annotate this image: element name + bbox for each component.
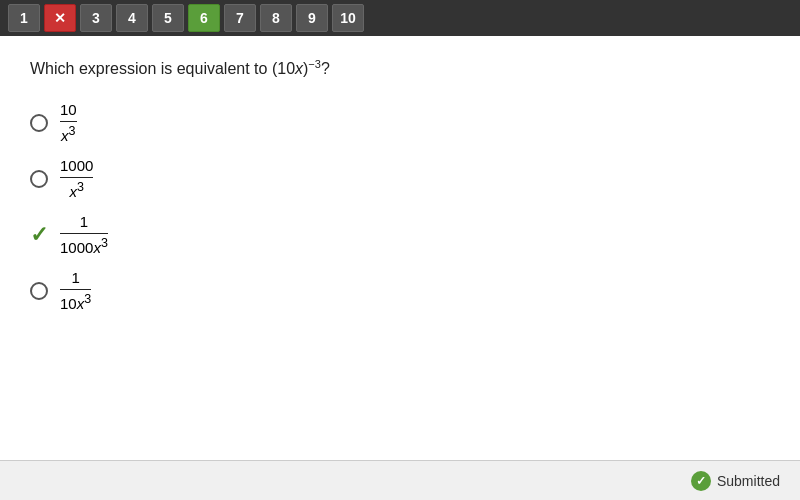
nav-btn-5[interactable]: 5 bbox=[152, 4, 184, 32]
denominator-b: x3 bbox=[69, 178, 83, 201]
option-a[interactable]: 10 x3 bbox=[30, 101, 770, 145]
nav-btn-6[interactable]: 6 bbox=[188, 4, 220, 32]
numerator-a: 10 bbox=[60, 101, 77, 122]
nav-btn-10[interactable]: 10 bbox=[332, 4, 364, 32]
denominator-d: 10x3 bbox=[60, 290, 91, 313]
fraction-d: 1 10x3 bbox=[60, 269, 91, 313]
question-text: Which expression is equivalent to (10x)−… bbox=[30, 56, 770, 81]
nav-btn-4[interactable]: 4 bbox=[116, 4, 148, 32]
nav-btn-7[interactable]: 7 bbox=[224, 4, 256, 32]
nav-btn-1[interactable]: 1 bbox=[8, 4, 40, 32]
submitted-badge: ✓ Submitted bbox=[691, 471, 780, 491]
option-c[interactable]: ✓ 1 1000x3 bbox=[30, 213, 770, 257]
nav-btn-3[interactable]: 3 bbox=[80, 4, 112, 32]
nav-btn-2[interactable]: ✕ bbox=[44, 4, 76, 32]
denominator-c: 1000x3 bbox=[60, 234, 108, 257]
option-b[interactable]: 1000 x3 bbox=[30, 157, 770, 201]
submitted-check-icon: ✓ bbox=[691, 471, 711, 491]
nav-btn-8[interactable]: 8 bbox=[260, 4, 292, 32]
numerator-c: 1 bbox=[60, 213, 108, 234]
submitted-label: Submitted bbox=[717, 473, 780, 489]
answer-options: 10 x3 1000 x3 ✓ 1 1000x3 1 10x3 bbox=[30, 101, 770, 313]
fraction-a: 10 x3 bbox=[60, 101, 77, 145]
denominator-a: x3 bbox=[61, 122, 75, 145]
radio-b[interactable] bbox=[30, 170, 48, 188]
nav-btn-9[interactable]: 9 bbox=[296, 4, 328, 32]
question-content: Which expression is equivalent to (10x)−… bbox=[0, 36, 800, 333]
fraction-b: 1000 x3 bbox=[60, 157, 93, 201]
radio-a[interactable] bbox=[30, 114, 48, 132]
radio-d[interactable] bbox=[30, 282, 48, 300]
question-nav-bar: 1✕345678910 bbox=[0, 0, 800, 36]
numerator-d: 1 bbox=[60, 269, 91, 290]
option-d[interactable]: 1 10x3 bbox=[30, 269, 770, 313]
numerator-b: 1000 bbox=[60, 157, 93, 178]
checkmark-icon: ✓ bbox=[30, 222, 48, 248]
bottom-status-bar: ✓ Submitted bbox=[0, 460, 800, 500]
fraction-c: 1 1000x3 bbox=[60, 213, 108, 257]
